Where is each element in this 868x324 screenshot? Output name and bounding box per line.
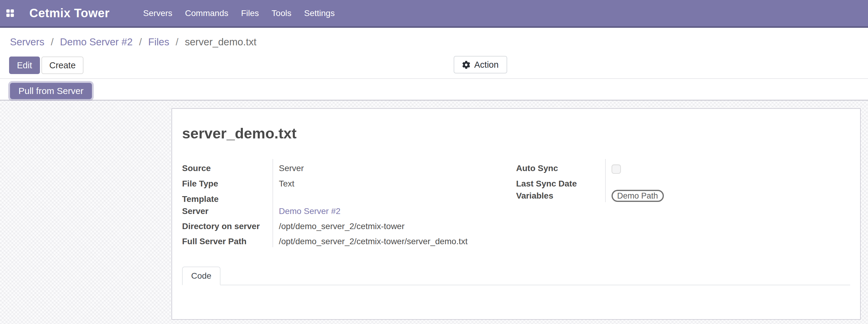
field-label-file-type: File Type [182,174,273,190]
variable-tag: Demo Path [612,190,664,202]
page: Cetmix Tower Servers Commands Files Tool… [0,0,868,324]
top-navbar: Cetmix Tower Servers Commands Files Tool… [0,0,868,28]
main-menu: Servers Commands Files Tools Settings [137,0,341,27]
action-button-label: Action [474,60,499,70]
menu-item-servers[interactable]: Servers [137,0,179,27]
grid-square [6,13,10,17]
apps-grid-icon[interactable] [6,9,14,17]
field-label-server: Server [182,202,273,217]
tab-code[interactable]: Code [182,266,220,285]
breadcrumb: Servers / Demo Server #2 / Files / serve… [10,35,256,48]
content-background: server_demo.txt Source Server File Type … [0,101,868,324]
field-value-variables: Demo Path [605,187,850,202]
control-panel: Servers / Demo Server #2 / Files / serve… [0,29,868,79]
grid-square [6,9,10,13]
grid-square [10,13,14,17]
notebook: Code [182,266,850,316]
field-value-server: Demo Server #2 [273,202,516,217]
field-value-last-sync-date [605,174,850,187]
field-label-template: Template [182,190,273,202]
menu-item-commands[interactable]: Commands [179,0,235,27]
menu-item-tools[interactable]: Tools [265,0,298,27]
tab-code-content [182,285,850,316]
menu-item-files[interactable]: Files [235,0,265,27]
field-groups: Source Server File Type Text Template Se… [182,159,850,247]
menu-item-settings[interactable]: Settings [298,0,341,27]
field-value-template [273,190,516,202]
field-value-source: Server [273,159,516,174]
auto-sync-checkbox[interactable] [612,164,621,174]
gear-icon [462,61,470,69]
field-label-directory-on-server: Directory on server [182,217,273,232]
breadcrumb-current: server_demo.txt [185,36,256,47]
tab-header: Code [182,266,850,285]
app-brand[interactable]: Cetmix Tower [29,6,110,20]
field-label-last-sync-date: Last Sync Date [516,174,605,187]
pull-from-server-button[interactable]: Pull from Server [10,83,92,99]
field-value-auto-sync [605,159,850,174]
field-label-variables: Variables [516,187,605,202]
field-group-left: Source Server File Type Text Template Se… [182,159,516,247]
breadcrumb-link-servers[interactable]: Servers [10,36,44,47]
field-group-right: Auto Sync Last Sync Date Variables Demo … [516,159,850,247]
control-panel-buttons: Edit Create [9,57,84,74]
server-record-link[interactable]: Demo Server #2 [279,206,341,216]
field-label-auto-sync: Auto Sync [516,159,605,174]
breadcrumb-link-demo-server[interactable]: Demo Server #2 [60,36,132,47]
breadcrumb-separator: / [139,36,142,47]
grid-square [10,9,14,13]
field-value-file-type: Text [273,174,516,190]
field-value-full-server-path: /opt/demo_server_2/cetmix-tower/server_d… [273,232,516,247]
create-button[interactable]: Create [41,57,84,74]
action-button[interactable]: Action [454,56,507,73]
field-label-full-server-path: Full Server Path [182,232,273,247]
edit-button[interactable]: Edit [9,57,40,74]
form-sheet: server_demo.txt Source Server File Type … [172,108,861,320]
breadcrumb-separator: / [51,36,54,47]
record-title: server_demo.txt [182,125,850,142]
field-label-source: Source [182,159,273,174]
statusbar: Pull from Server [0,79,868,101]
breadcrumb-link-files[interactable]: Files [148,36,169,47]
breadcrumb-separator: / [176,36,179,47]
field-value-directory-on-server: /opt/demo_server_2/cetmix-tower [273,217,516,232]
